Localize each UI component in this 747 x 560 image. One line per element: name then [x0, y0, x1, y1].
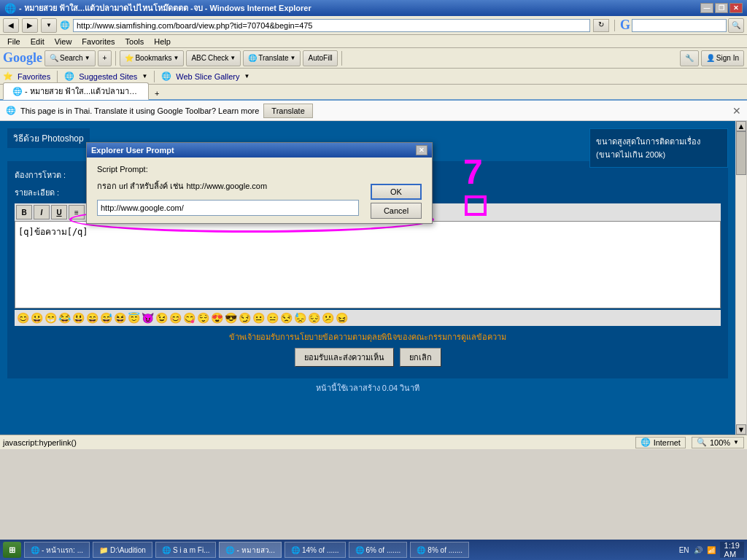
check-button[interactable]: ABC Check ▼ [186, 50, 241, 66]
scroll-thumb[interactable] [736, 131, 746, 175]
title-bar: 🌐 - หมายสวย ฟ้าใส...แต้วปลามาดไปไหนโหม๊ด… [0, 0, 747, 16]
close-button[interactable]: ✕ [729, 3, 743, 13]
webslice-dropdown-icon[interactable]: ▼ [244, 73, 250, 79]
emoticon-22[interactable]: 😔 [308, 312, 320, 324]
emoticon-4[interactable]: 😂 [58, 312, 71, 324]
taskbar-label-5: 6% of ....... [366, 546, 401, 554]
underline-button[interactable]: U [51, 205, 67, 219]
speaker-icon: 📶 [707, 546, 716, 554]
zoom-control[interactable]: 🔍 100% ▼ [692, 437, 744, 448]
taskbar-item-0[interactable]: 🌐 - หน้าแรก: ... [24, 542, 90, 558]
translate-bar-close[interactable]: ✕ [732, 105, 741, 117]
emoticon-24[interactable]: 😖 [336, 312, 348, 324]
emoticon-8[interactable]: 😆 [114, 312, 126, 324]
taskbar-item-3[interactable]: 🌐 - หมายสว... [219, 542, 281, 558]
dropdown-button[interactable]: ▼ [41, 18, 57, 33]
translate-bar-button[interactable]: Translate [263, 104, 312, 118]
emoticon-17[interactable]: 😏 [239, 312, 251, 324]
address-bar-divider [614, 20, 615, 31]
emoticon-15[interactable]: 😍 [211, 312, 223, 324]
check-icon: ABC [191, 54, 206, 62]
emoticon-13[interactable]: 😋 [183, 312, 196, 324]
bold-button[interactable]: B [16, 205, 32, 219]
favorites-link[interactable]: Favorites [18, 72, 50, 81]
wrench-button[interactable]: 🔧 [680, 50, 699, 66]
suggested-sites-link[interactable]: Suggested Sites [79, 72, 137, 81]
scroll-down-button[interactable]: ▼ [736, 424, 746, 435]
dialog-close-button[interactable]: ✕ [416, 145, 427, 155]
emoticon-18[interactable]: 😐 [252, 312, 265, 324]
menu-file[interactable]: File [3, 36, 25, 47]
search-button[interactable]: 🔍 Search ▼ [44, 50, 96, 66]
tab-bar: 🌐 - หมายสวย ฟ้าใส...แต้วปลามาดไปไหนโหม๊ด… [0, 85, 747, 101]
title-bar-controls[interactable]: — ❐ ✕ [700, 3, 743, 13]
search-icon: 🔍 [50, 54, 58, 62]
taskbar-icon-1: 📁 [99, 546, 108, 554]
menu-help[interactable]: Help [150, 36, 175, 47]
emoticon-16[interactable]: 😎 [225, 312, 237, 324]
menu-favorites[interactable]: Favorites [77, 36, 119, 47]
emoticon-23[interactable]: 😕 [322, 312, 334, 324]
dialog-title: Explorer User Prompt [91, 146, 174, 155]
refresh-button[interactable]: ↻ [593, 19, 609, 32]
bookmarks-button[interactable]: ⭐ Bookmarks ▼ [120, 50, 184, 66]
web-slice-gallery-link[interactable]: Web Slice Gallery [176, 72, 239, 81]
zoom-dropdown-icon[interactable]: ▼ [733, 439, 739, 446]
emoticon-20[interactable]: 😒 [280, 312, 293, 324]
scroll-up-button[interactable]: ▲ [736, 121, 746, 131]
sign-in-button[interactable]: 👤 Sign In [701, 50, 744, 66]
taskbar-item-2[interactable]: 🌐 S i a m Fi... [155, 542, 217, 558]
emoticon-10[interactable]: 😈 [142, 312, 154, 324]
submit-button[interactable]: ยอมรับและส่งความเห็น [295, 348, 394, 367]
minimize-button[interactable]: — [700, 3, 713, 13]
person-icon: 👤 [706, 54, 715, 62]
toolbar-right: 🔧 👤 Sign In [680, 50, 744, 66]
start-button[interactable]: ⊞ [3, 542, 21, 558]
emoticon-5[interactable]: 😃 [72, 312, 85, 324]
google-search-button[interactable]: 🔍 [728, 18, 744, 33]
new-tab-button[interactable]: + [149, 88, 165, 99]
taskbar-label-1: D:\Audition [110, 546, 146, 554]
emoticon-1[interactable]: 😊 [17, 312, 29, 324]
emoticon-12[interactable]: 😊 [169, 312, 182, 324]
autofill-button[interactable]: AutoFill [303, 50, 337, 66]
menu-view[interactable]: View [50, 36, 77, 47]
dialog-body: Script Prompt: กรอก url สำหรับลิ้งค์ เช่… [87, 158, 432, 223]
emoticon-6[interactable]: 😄 [86, 312, 98, 324]
emoticon-3[interactable]: 😁 [44, 312, 57, 324]
emoticon-7[interactable]: 😅 [100, 312, 112, 324]
cancel-form-button[interactable]: ยกเลิก [400, 348, 441, 367]
dialog-url-input[interactable] [97, 200, 359, 216]
address-input[interactable] [73, 19, 590, 32]
dialog-cancel-button[interactable]: Cancel [371, 203, 422, 219]
active-tab[interactable]: 🌐 - หมายสวย ฟ้าใส...แต้วปลามาดไปไหนโหม๊ด… [3, 82, 149, 100]
emoticon-2[interactable]: 😀 [31, 312, 43, 324]
search-dropdown-icon: ▼ [85, 55, 90, 61]
emoticon-21[interactable]: 😓 [294, 312, 306, 324]
restore-button[interactable]: ❐ [715, 3, 728, 13]
google-search-input[interactable] [632, 19, 727, 32]
italic-button[interactable]: I [34, 205, 50, 219]
align-button[interactable]: ≡ [69, 205, 85, 219]
emoticon-19[interactable]: 😑 [266, 312, 279, 324]
taskbar-item-4[interactable]: 🌐 14% of ...... [285, 542, 346, 558]
editor-textarea[interactable]: [q]ข้อความ[/q] [15, 221, 721, 308]
taskbar-item-5[interactable]: 🌐 6% of ....... [349, 542, 408, 558]
taskbar-label-6: 8% of ....... [427, 546, 462, 554]
taskbar-item-1[interactable]: 📁 D:\Audition [93, 542, 152, 558]
scrollbar[interactable]: ▲ ▼ [735, 121, 747, 435]
fav-dropdown-icon[interactable]: ▼ [142, 73, 147, 79]
translate-toolbar-button[interactable]: 🌐 Translate ▼ [243, 50, 301, 66]
emoticon-11[interactable]: 😉 [155, 312, 168, 324]
back-button[interactable]: ◀ [3, 18, 19, 33]
menu-tools[interactable]: Tools [121, 36, 149, 47]
emoticon-9[interactable]: 😇 [128, 312, 140, 324]
forward-button[interactable]: ▶ [22, 18, 38, 33]
plus-button[interactable]: + [98, 50, 112, 66]
zoom-icon: 🔍 [697, 438, 707, 447]
menu-edit[interactable]: Edit [26, 36, 49, 47]
menu-bar: File Edit View Favorites Tools Help [0, 35, 747, 48]
emoticon-14[interactable]: 😌 [197, 312, 209, 324]
taskbar-item-6[interactable]: 🌐 8% of ....... [410, 542, 469, 558]
dialog-ok-button[interactable]: OK [371, 184, 422, 200]
